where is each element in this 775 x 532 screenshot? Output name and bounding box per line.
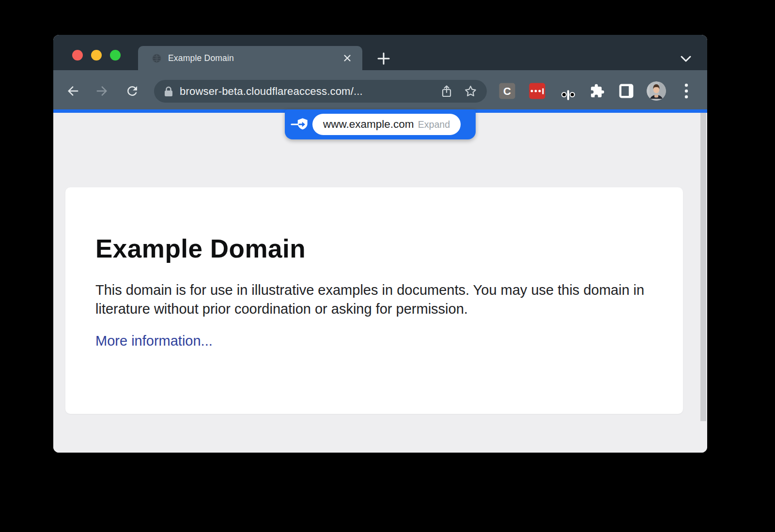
traffic-lights bbox=[72, 50, 121, 61]
address-bar[interactable]: browser-beta.cloudflareaccess.com/... bbox=[154, 80, 487, 103]
share-icon[interactable] bbox=[441, 85, 452, 98]
globe-favicon-icon bbox=[152, 53, 162, 63]
isolated-domain-text: www.example.com bbox=[323, 118, 414, 131]
lastpass-extension-icon[interactable] bbox=[529, 83, 545, 99]
more-information-link[interactable]: More information... bbox=[95, 333, 213, 349]
back-button[interactable] bbox=[65, 84, 80, 98]
page-paragraph: This domain is for use in illustrative e… bbox=[95, 281, 649, 318]
page-viewport: Example Domain This domain is for use in… bbox=[53, 113, 707, 453]
url-text: browser-beta.cloudflareaccess.com/... bbox=[180, 85, 363, 98]
browser-window: Example Domain bbox=[53, 35, 707, 453]
lock-icon[interactable] bbox=[164, 86, 173, 97]
bookmark-star-icon[interactable] bbox=[464, 85, 477, 98]
expand-button[interactable]: Expand bbox=[418, 119, 450, 130]
tab-example-domain[interactable]: Example Domain bbox=[138, 46, 362, 70]
isolation-url-pill[interactable]: www.example.com Expand bbox=[285, 109, 476, 139]
goggles-extension-icon[interactable] bbox=[567, 90, 569, 100]
reload-button[interactable] bbox=[125, 84, 140, 98]
chevron-down-icon[interactable] bbox=[680, 53, 692, 64]
forward-button[interactable] bbox=[95, 84, 109, 98]
c-extension-letter: C bbox=[503, 85, 511, 97]
vertical-scrollbar[interactable] bbox=[700, 113, 706, 421]
shield-with-arrow-icon bbox=[291, 117, 309, 132]
toolbar: browser-beta.cloudflareaccess.com/... C bbox=[53, 70, 707, 109]
c-extension-icon[interactable]: C bbox=[499, 83, 515, 99]
content-card: Example Domain This domain is for use in… bbox=[65, 187, 683, 414]
new-tab-button[interactable] bbox=[377, 52, 390, 65]
page-heading: Example Domain bbox=[95, 234, 649, 263]
isolated-domain-pill[interactable]: www.example.com Expand bbox=[312, 114, 461, 135]
minimize-window-button[interactable] bbox=[91, 50, 102, 61]
zoom-window-button[interactable] bbox=[110, 50, 121, 61]
side-panel-icon[interactable] bbox=[619, 84, 634, 99]
tab-strip: Example Domain bbox=[53, 35, 707, 70]
profile-avatar[interactable] bbox=[647, 81, 666, 101]
close-window-button[interactable] bbox=[72, 50, 83, 61]
tab-close-icon[interactable] bbox=[343, 54, 352, 62]
browser-menu-icon[interactable] bbox=[684, 83, 688, 99]
tab-title: Example Domain bbox=[168, 53, 234, 63]
extensions-puzzle-icon[interactable] bbox=[590, 84, 605, 99]
